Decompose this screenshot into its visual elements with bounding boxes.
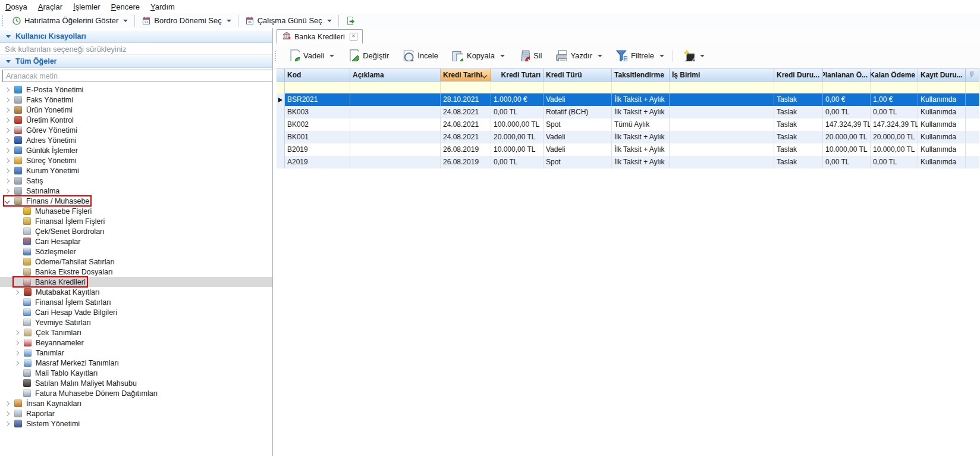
collapsed-chevron-icon[interactable] (14, 289, 19, 294)
table-cell-is_birimi[interactable] (670, 93, 774, 106)
tab-banka-kredileri[interactable]: Banka Kredileri ✕ (277, 29, 363, 44)
table-cell-planlanan_odeme[interactable]: 20.000,00 TL (823, 131, 871, 143)
table-cell-planlanan_odeme[interactable]: 147.324,39 TL (823, 118, 871, 131)
tree-item-faks-yönetimi[interactable]: Faks Yönetimi (0, 95, 272, 105)
table-cell-kredi_turu[interactable]: Rotatif (BCH) (544, 106, 612, 118)
tree-item-beyannameler[interactable]: Beyannameler (0, 338, 272, 348)
table-cell-kod[interactable]: BK003 (285, 106, 350, 118)
table-cell-planlanan_odeme[interactable]: 0,00 € (823, 93, 871, 106)
tree-item-i-nsan-kaynakları[interactable]: İnsan Kaynakları (0, 398, 272, 408)
collapsed-chevron-icon[interactable] (5, 127, 10, 132)
column-header-taksitlendirme[interactable]: Taksitlendirme (612, 68, 670, 82)
table-row[interactable]: BK00324.08.20210,00 TLRotatif (BCH)İlk T… (277, 106, 980, 118)
collapsed-chevron-icon[interactable] (5, 107, 10, 112)
table-cell-kredi_durumu[interactable]: Taslak (774, 131, 823, 143)
menu-item-araçlar[interactable]: Araçlar (33, 1, 68, 13)
table-cell-kredi_durumu[interactable]: Taslak (774, 93, 823, 106)
column-header-planlanan_odeme[interactable]: Planlanan Ö... (823, 68, 871, 82)
collapsed-chevron-icon[interactable] (5, 138, 10, 142)
filter-cell-kalan_odeme[interactable] (871, 82, 918, 93)
table-cell-aciklama[interactable] (350, 93, 441, 106)
table-cell-planlanan_odeme[interactable]: 0,00 TL (823, 156, 871, 168)
menu-item-pencere[interactable]: Pencere (106, 1, 145, 13)
filter-cell-planlanan_odeme[interactable] (823, 82, 871, 93)
table-cell-is_birimi[interactable] (670, 106, 774, 118)
menu-item-yardım[interactable]: Yardım (145, 1, 180, 13)
tree-item-satılan-malın-maliyet-mahsubu[interactable]: Satılan Malın Maliyet Mahsubu (0, 378, 272, 388)
filter-cell-aciklama[interactable] (350, 82, 441, 93)
tree-item-fatura-muhasebe-dönem-dağıtımları[interactable]: Fatura Muhasebe Dönem Dağıtımları (0, 388, 272, 398)
tree-item-finansal-i-şlem-fişleri[interactable]: Finansal İşlem Fişleri (0, 216, 272, 226)
table-cell-kredi_tutari[interactable]: 0,00 TL (491, 156, 544, 168)
tree-item-üretim-kontrol[interactable]: Üretim Kontrol (0, 115, 272, 125)
tree-item-yevmiye-satırları[interactable]: Yevmiye Satırları (0, 317, 272, 327)
table-cell-kayit_durumu[interactable]: Kullanımda (918, 93, 966, 106)
wizard-button[interactable] (677, 46, 709, 65)
tree-item-satış[interactable]: Satış (0, 176, 272, 186)
table-cell-is_birimi[interactable] (670, 118, 774, 131)
table-cell-taksitlendirme[interactable]: İlk Taksit + Aylık (612, 131, 670, 143)
table-cell-kod[interactable]: A2019 (285, 156, 350, 168)
table-row[interactable]: B201926.08.201910.000,00 TLVadeliİlk Tak… (277, 143, 980, 156)
filter-cell-kayit_durumu[interactable] (918, 82, 966, 93)
tree-item-görev-yönetimi[interactable]: Görev Yönetimi (0, 125, 272, 135)
table-cell-aciklama[interactable] (350, 143, 441, 156)
filter-cell-kod[interactable] (285, 82, 350, 93)
collapsed-chevron-icon[interactable] (5, 87, 10, 92)
table-cell-taksitlendirme[interactable]: Tümü Aylık (612, 118, 670, 131)
dropdown-arrow-icon[interactable] (227, 20, 231, 22)
collapsed-chevron-icon[interactable] (5, 97, 10, 102)
tree-item-banka-ekstre-dosyaları[interactable]: Banka Ekstre Dosyaları (0, 267, 272, 277)
table-cell-kredi_tarihi[interactable]: 24.08.2021 (441, 118, 491, 131)
filter-cell-kredi_turu[interactable] (544, 82, 612, 93)
collapsed-chevron-icon[interactable] (14, 330, 19, 335)
table-cell-kalan_odeme[interactable]: 20.000,00 TL (871, 131, 918, 143)
table-cell-kayit_durumu[interactable]: Kullanımda (918, 118, 966, 131)
table-cell-kredi_turu[interactable]: Vadeli (544, 93, 612, 106)
expanded-chevron-icon[interactable] (5, 198, 10, 203)
table-cell-aciklama[interactable] (350, 106, 441, 118)
tree-item-finansal-i-şlem-satırları[interactable]: Finansal İşlem Satırları (0, 297, 272, 307)
column-header-kayit_durumu[interactable]: Kayıt Duru... (918, 68, 966, 82)
table-cell-kredi_tutari[interactable]: 10.000,00 TL (491, 143, 544, 156)
table-cell-kredi_turu[interactable]: Vadeli (544, 131, 612, 143)
table-cell-kredi_tarihi[interactable]: 26.08.2019 (441, 156, 491, 168)
tree-item-muhasebe-fişleri[interactable]: Muhasebe Fişleri (0, 206, 272, 216)
table-cell-taksitlendirme[interactable]: İlk Taksit + Aylık (612, 156, 670, 168)
tree-item-finans-muhasebe[interactable]: Finans / Muhasebe (0, 196, 272, 206)
collapsed-chevron-icon[interactable] (14, 360, 19, 365)
table-cell-kredi_turu[interactable]: Vadeli (544, 143, 612, 156)
table-cell-taksitlendirme[interactable]: İlk Taksit + Aylık (612, 106, 670, 118)
table-cell-taksitlendirme[interactable]: İlk Taksit + Aylık (612, 143, 670, 156)
dropdown-arrow-icon[interactable] (700, 55, 705, 57)
tree-item-günlük-i-şlemler[interactable]: Günlük İşlemler (0, 145, 272, 155)
filter-cell-kredi_durumu[interactable] (774, 82, 823, 93)
table-row[interactable]: A201926.08.20190,00 TLSpotİlk Taksit + A… (277, 156, 980, 168)
toolbar-button-filtrele[interactable]: Filtrele (610, 46, 669, 65)
dropdown-arrow-icon[interactable] (598, 55, 602, 57)
table-cell-kredi_turu[interactable]: Spot (544, 118, 612, 131)
tree-item-adres-yönetimi[interactable]: Adres Yönetimi (0, 135, 272, 145)
table-row[interactable]: BSR202128.10.20211.000,00 €Vadeliİlk Tak… (277, 93, 980, 106)
table-cell-kod[interactable]: BK001 (285, 131, 350, 143)
tree-item-süreç-yönetimi[interactable]: Süreç Yönetimi (0, 155, 272, 165)
table-cell-planlanan_odeme[interactable]: 10.000,00 TL (823, 143, 871, 156)
collapsed-chevron-icon[interactable] (5, 401, 10, 405)
dropdown-arrow-icon[interactable] (329, 55, 334, 57)
table-cell-kredi_durumu[interactable]: Taslak (774, 106, 823, 118)
tree-item-ödeme-tahsilat-satırları[interactable]: Ödeme/Tahsilat Satırları (0, 257, 272, 267)
tree-item-cari-hesaplar[interactable]: Cari Hesaplar (0, 236, 272, 246)
table-cell-kalan_odeme[interactable]: 0,00 TL (871, 106, 918, 118)
toolbar-button-sil[interactable]: Sil (512, 46, 546, 65)
column-header-kod[interactable]: Kod (285, 68, 350, 82)
tree-item-masraf-merkezi-tanımları[interactable]: Masraf Merkezi Tanımları (0, 358, 272, 368)
column-header-kredi_turu[interactable]: Kredi Türü (544, 68, 612, 82)
table-cell-is_birimi[interactable] (670, 143, 774, 156)
export-button[interactable] (341, 15, 359, 27)
table-cell-is_birimi[interactable] (670, 156, 774, 168)
dropdown-arrow-icon[interactable] (123, 20, 128, 22)
collapsed-chevron-icon[interactable] (14, 350, 19, 355)
table-cell-kalan_odeme[interactable]: 1,00 € (871, 93, 918, 106)
tree-item-satınalma[interactable]: Satınalma (0, 186, 272, 196)
table-cell-kod[interactable]: BSR2021 (285, 93, 350, 106)
